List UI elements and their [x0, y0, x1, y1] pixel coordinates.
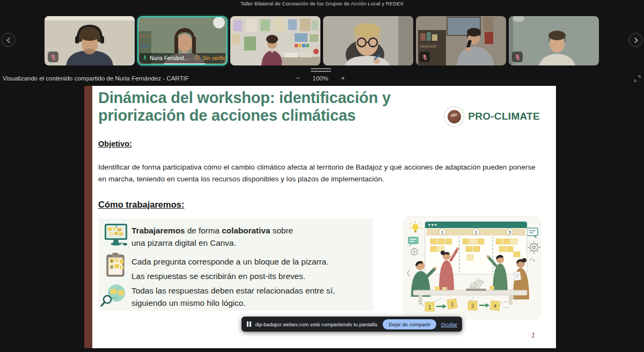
- filmstrip-resize-handle[interactable]: [311, 68, 331, 74]
- board-column-number: 1: [441, 230, 443, 235]
- video-thumbnail-3[interactable]: [230, 16, 320, 65]
- video-thumbnail-active-speaker[interactable]: Nuria Fernánd... · Sin verificar: [137, 16, 228, 65]
- slide-page-number: 1: [531, 332, 535, 339]
- slide-title: Dinámica del workshop: identificación y …: [98, 89, 391, 124]
- mic-on-icon: [142, 55, 148, 62]
- pro-climate-logo: PRO-CLIMATE: [444, 106, 540, 127]
- bullet-bold-word: Trabajaremos: [131, 226, 185, 235]
- flow-note-number: 3: [471, 303, 474, 309]
- how-heading: Cómo trabajaremos:: [98, 200, 184, 210]
- stop-sharing-button[interactable]: Dejar de compartir: [383, 319, 436, 329]
- board-column-number: 2: [474, 230, 477, 235]
- video-thumbnail-6[interactable]: [509, 16, 599, 65]
- slide-left-accent-bar: [84, 86, 92, 348]
- chevron-right-icon: [633, 37, 639, 43]
- video-thumbnail-4[interactable]: [323, 16, 413, 65]
- participant-name: Nuria Fernánd...: [150, 55, 188, 61]
- objective-heading: Objetivo:: [98, 140, 132, 148]
- chevron-left-icon: [5, 37, 12, 43]
- warning-icon: [194, 55, 200, 62]
- meeting-title: Taller Bilateral de Cocreación de los Gr…: [0, 1, 644, 6]
- viewing-status-text: Visualizando el contenido compartido de …: [3, 75, 189, 82]
- verification-badge: Sin verificar: [202, 55, 228, 61]
- muted-mic-icon: [419, 52, 430, 62]
- zoom-in-button[interactable]: +: [339, 75, 347, 82]
- next-participants-button[interactable]: [628, 33, 643, 47]
- share-message: dip-badajoz.webex.com está compartiendo …: [255, 321, 379, 327]
- logo-wordmark: PRO-CLIMATE: [468, 111, 540, 122]
- clipboard-icon: 1 2: [105, 253, 126, 278]
- bullet-bold-word: colaborativa: [222, 226, 270, 235]
- slide-content: Dinámica del workshop: identificación y …: [92, 86, 556, 348]
- participant-video: [323, 16, 413, 65]
- zoom-out-button[interactable]: −: [294, 75, 302, 82]
- how-we-work-box: Trabajaremos de forma colaborativa sobre…: [98, 218, 373, 311]
- video-thumbnail-1[interactable]: [45, 16, 135, 65]
- bullet-blocks: Cada pregunta corresponde a un bloque de…: [131, 256, 352, 268]
- hide-bar-link[interactable]: Ocultar: [441, 321, 457, 327]
- magnifier-postits-icon: [100, 283, 129, 307]
- slide-title-line2: priorización de acciones climáticas: [98, 107, 391, 124]
- muted-mic-icon: [48, 52, 58, 62]
- zoom-level-value: 100%: [311, 75, 330, 82]
- participant-filmstrip: Nuria Fernánd... · Sin verificar: [45, 16, 599, 65]
- active-speaker-label: Nuria Fernánd... · Sin verificar: [140, 53, 225, 63]
- objective-paragraph: Identificar de forma participativa cómo …: [98, 162, 545, 185]
- flow-note-number: 1: [428, 304, 431, 310]
- shared-content-slide: Dinámica del workshop: identificación y …: [84, 86, 556, 348]
- bullet-postits: Las respuestas se escribirán en post-its…: [131, 270, 352, 283]
- video-thumbnail-5[interactable]: [416, 16, 506, 65]
- screen-share-notification-bar: dip-badajoz.webex.com está compartiendo …: [241, 317, 462, 332]
- separator-dot: ·: [191, 56, 192, 61]
- content-zoom-controls: − 100% +: [294, 75, 347, 82]
- expand-view-icon[interactable]: [634, 75, 641, 84]
- previous-participants-button[interactable]: [1, 33, 16, 47]
- monitor-icon: [103, 223, 129, 247]
- participant-video: [230, 16, 320, 65]
- clipboard-number: 2: [111, 265, 113, 269]
- muted-mic-icon: [512, 52, 523, 62]
- bullet-related-2: siguiendo un mismo hilo lógico.: [131, 297, 357, 310]
- clipboard-number: 1: [111, 259, 113, 263]
- workshop-illustration: 1 2 3: [404, 216, 541, 319]
- board-column-number: 3: [508, 230, 511, 235]
- bullet-collaborative: Trabajaremos de forma colaborativa sobre…: [131, 225, 335, 250]
- slide-title-line1: Dinámica del workshop: identificación y: [98, 89, 391, 107]
- bullet-related: Todas las respuestas deben estar relacio…: [131, 285, 357, 297]
- pause-share-icon[interactable]: [247, 321, 251, 327]
- globe-emblem-icon: [444, 106, 464, 127]
